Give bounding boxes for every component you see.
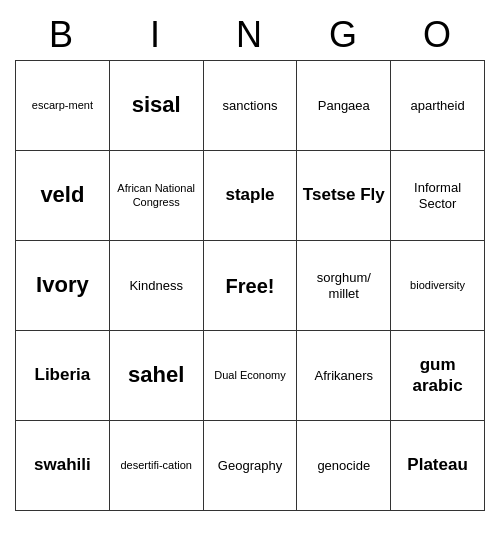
bingo-cell: Geography — [204, 421, 298, 511]
bingo-cell: sorghum/ millet — [297, 241, 391, 331]
header-letter: B — [15, 10, 109, 60]
bingo-cell: African National Congress — [110, 151, 204, 241]
bingo-cell: Plateau — [391, 421, 485, 511]
bingo-cell: Afrikaners — [297, 331, 391, 421]
header-letter: G — [297, 10, 391, 60]
bingo-cell: biodiversity — [391, 241, 485, 331]
bingo-grid: escarp-mentsisalsanctionsPangaeaaparthei… — [15, 60, 485, 511]
bingo-cell: apartheid — [391, 61, 485, 151]
bingo-cell: Ivory — [16, 241, 110, 331]
bingo-cell: sahel — [110, 331, 204, 421]
bingo-cell: Free! — [204, 241, 298, 331]
header-letter: O — [391, 10, 485, 60]
bingo-cell: sanctions — [204, 61, 298, 151]
bingo-cell: escarp-ment — [16, 61, 110, 151]
header-letter: N — [203, 10, 297, 60]
bingo-header: BINGO — [15, 10, 485, 60]
bingo-cell: sisal — [110, 61, 204, 151]
bingo-cell: Liberia — [16, 331, 110, 421]
bingo-cell: Tsetse Fly — [297, 151, 391, 241]
bingo-cell: swahili — [16, 421, 110, 511]
header-letter: I — [109, 10, 203, 60]
bingo-cell: veld — [16, 151, 110, 241]
bingo-cell: Informal Sector — [391, 151, 485, 241]
bingo-cell: Pangaea — [297, 61, 391, 151]
bingo-cell: staple — [204, 151, 298, 241]
bingo-cell: gum arabic — [391, 331, 485, 421]
bingo-cell: desertifi-cation — [110, 421, 204, 511]
bingo-cell: Kindness — [110, 241, 204, 331]
bingo-cell: Dual Economy — [204, 331, 298, 421]
bingo-cell: genocide — [297, 421, 391, 511]
